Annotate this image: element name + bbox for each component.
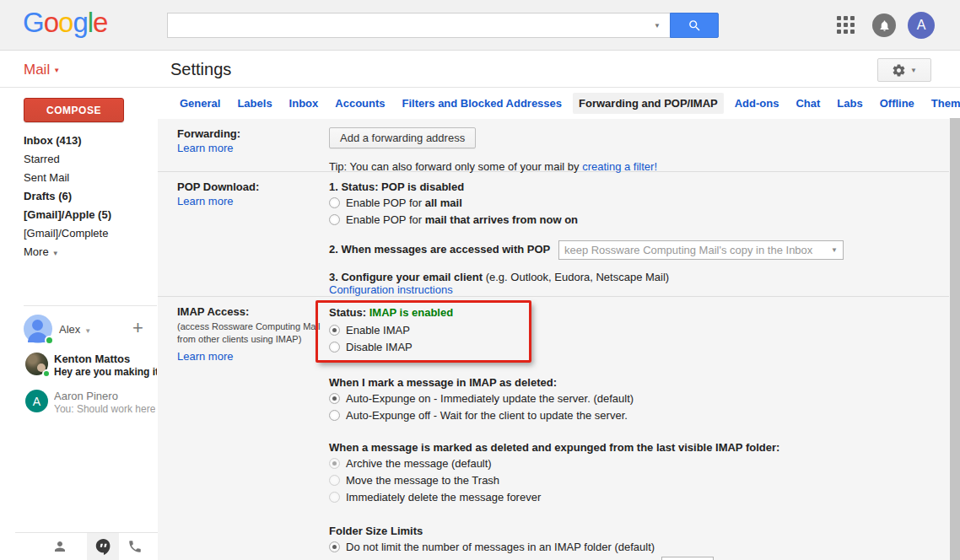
pop-when-label: 2. When messages are accessed with POP [329,243,550,256]
pop-behavior-select[interactable]: keep Rossware Computing Mail's copy in t… [558,240,844,260]
imap-status-line: Status: IMAP is enabled [329,306,935,319]
logo-letter: g [73,7,87,38]
tab-general[interactable]: General [174,93,226,114]
radio-option-disabled: Immediately delete the message forever [329,490,935,504]
tab-chat[interactable]: Chat [790,93,826,114]
pop-download-section: POP Download: Learn more 1. Status: POP … [158,171,960,296]
mail-product-menu[interactable]: Mail▼ [24,62,60,78]
creating-a-filter-link[interactable]: creating a filter! [582,160,657,173]
sidebar-item-drafts[interactable]: Drafts (6) [24,187,111,206]
my-chat-avatar[interactable] [24,315,52,343]
chat-profile-row: Alex▼ [24,312,150,346]
learn-more-link[interactable]: Learn more [177,142,233,154]
contact-avatar-letter: A [25,390,48,412]
scrollbar-thumb[interactable] [950,118,960,560]
chevron-down-icon: ▼ [831,246,838,254]
radio-option[interactable]: Enable IMAP [329,323,935,337]
mail-label: Mail [24,62,50,78]
sidebar-item-sent-mail[interactable]: Sent Mail [24,169,111,187]
radio-button-checked[interactable] [329,393,340,404]
radio-option[interactable]: Disable IMAP [329,340,935,354]
sidebar-item-gmail-apple[interactable]: [Gmail]/Apple (5) [24,206,111,224]
sidebar-item-gmail-complete[interactable]: [Gmail]/Complete [24,224,111,243]
section-title: IMAP Access: [177,305,329,318]
radio-option[interactable]: Auto-Expunge off - Wait for the client t… [329,408,935,423]
settings-tabs: General Labels Inbox Accounts Filters an… [158,88,960,119]
tab-add-ons[interactable]: Add-ons [729,93,785,114]
tab-filters-and-blocked-addresses[interactable]: Filters and Blocked Addresses [396,93,569,114]
radio-button-disabled [329,492,340,503]
radio-option[interactable]: Auto-Expunge on - Immediately update the… [329,391,935,406]
chat-contact[interactable]: Kenton Mattos Hey are you making it tor [25,353,157,380]
divider [24,305,157,306]
chevron-down-icon: ▼ [84,327,91,335]
search-box[interactable]: ▼ [167,13,670,38]
radio-option[interactable]: Limit IMAP folders to contain no more th… [329,557,935,560]
add-forwarding-address-button[interactable]: Add a forwarding address [329,127,476,148]
radio-button[interactable] [329,197,340,208]
radio-button[interactable] [329,410,340,421]
radio-option[interactable]: Enable POP for mail that arrives from no… [329,213,935,227]
configuration-instructions-link[interactable]: Configuration instructions [329,283,453,296]
sidebar-item-starred[interactable]: Starred [24,150,111,169]
radio-option[interactable]: Do not limit the number of messages in a… [329,540,935,554]
apps-grid-icon[interactable] [837,16,855,35]
account-avatar[interactable]: A [908,12,935,39]
tab-offline[interactable]: Offline [874,93,920,114]
imap-status-value: IMAP is enabled [369,306,453,319]
imap-access-section: IMAP Access: (access Rossware Computing … [158,296,960,560]
tab-themes[interactable]: Themes [925,93,960,114]
radio-button[interactable] [329,342,340,353]
settings-content: General Labels Inbox Accounts Filters an… [158,88,960,560]
imap-expunge-heading: When a message is marked as deleted and … [329,441,935,454]
add-contact-button[interactable]: + [132,317,143,339]
folder-limit-select[interactable]: 1,000 ▼ [661,557,714,560]
tab-accounts[interactable]: Accounts [329,93,391,114]
learn-more-link[interactable]: Learn more [177,350,233,363]
tab-inbox[interactable]: Inbox [283,93,325,114]
contact-name: Aaron Pinero [54,390,155,403]
learn-more-link[interactable]: Learn more [177,195,233,207]
settings-gear-button[interactable]: ▼ [877,58,931,82]
radio-button-checked[interactable] [329,541,340,552]
chat-contact[interactable]: A Aaron Pinero You: Should work here [25,390,157,417]
hangouts-icon[interactable] [87,533,119,560]
tab-labs[interactable]: Labs [831,93,868,114]
search-input[interactable] [168,13,670,37]
folder-nav: Inbox (413) Starred Sent Mail Drafts (6)… [24,132,111,261]
gear-icon [892,63,906,78]
pop-access-row: 2. When messages are accessed with POP k… [329,240,935,260]
chevron-down-icon: ▼ [52,250,59,257]
contact-message-preview: Hey are you making it tor [54,366,157,379]
contacts-person-icon[interactable] [44,533,76,560]
notifications-bell-icon[interactable] [872,13,896,37]
chevron-down-icon: ▼ [910,67,917,74]
page-title: Settings [170,60,231,79]
forwarding-tip: Tip: You can also forward only some of y… [329,160,935,173]
chevron-down-icon: ▼ [53,67,60,74]
radio-button-checked-disabled [329,458,340,469]
sidebar-item-inbox[interactable]: Inbox (413) [24,132,111,150]
tab-labels[interactable]: Labels [231,93,278,114]
section-title: POP Download: [177,180,329,193]
logo-letter: o [44,7,58,38]
imap-deleted-heading: When I mark a message in IMAP as deleted… [329,376,935,389]
sidebar-footer [0,532,158,560]
search-options-caret-icon[interactable]: ▼ [654,22,661,30]
google-logo[interactable]: Google [23,7,107,39]
search-bar: ▼ [167,13,719,38]
compose-button[interactable]: COMPOSE [24,98,124,122]
radio-button-checked[interactable] [329,325,340,336]
sidebar-item-more[interactable]: More▼ [24,243,111,261]
imap-subtitle: (access Rossware Computing Mail from oth… [177,320,322,346]
chat-profile-menu[interactable]: Alex▼ [59,323,91,336]
pop-configure-row: 3. Configure your email client (e.g. Out… [329,271,935,283]
radio-option[interactable]: Enable POP for all mail [329,196,935,210]
phone-icon[interactable] [119,533,151,560]
sidebar: COMPOSE Inbox (413) Starred Sent Mail Dr… [0,88,158,560]
tab-forwarding-and-pop-imap[interactable]: Forwarding and POP/IMAP [573,93,724,114]
app-bar: Mail▼ Settings ▼ [0,51,960,88]
contact-message-preview: You: Should work here [54,403,155,416]
radio-button[interactable] [329,214,340,225]
search-button[interactable] [670,13,719,38]
